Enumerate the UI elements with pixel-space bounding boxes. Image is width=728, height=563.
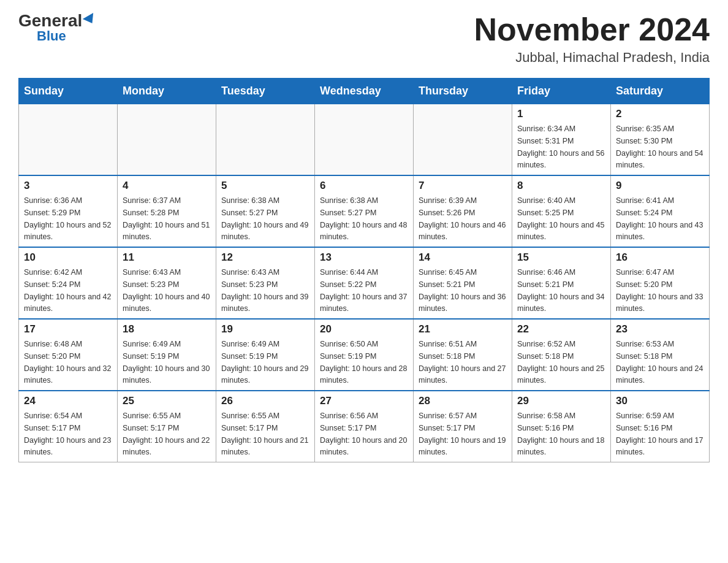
day-number: 7 bbox=[419, 180, 507, 192]
day-info: Sunrise: 6:34 AMSunset: 5:31 PMDaylight:… bbox=[517, 124, 604, 169]
calendar-cell: 24 Sunrise: 6:54 AMSunset: 5:17 PMDaylig… bbox=[19, 391, 118, 462]
day-number: 22 bbox=[517, 323, 605, 335]
day-number: 28 bbox=[419, 395, 507, 407]
day-info: Sunrise: 6:45 AMSunset: 5:21 PMDaylight:… bbox=[419, 268, 506, 313]
day-info: Sunrise: 6:37 AMSunset: 5:28 PMDaylight:… bbox=[123, 196, 210, 241]
logo-text-blue: Blue bbox=[37, 29, 66, 43]
calendar-cell bbox=[315, 104, 414, 176]
calendar-week-3: 10 Sunrise: 6:42 AMSunset: 5:24 PMDaylig… bbox=[19, 247, 710, 319]
day-info: Sunrise: 6:52 AMSunset: 5:18 PMDaylight:… bbox=[517, 340, 604, 385]
day-number: 23 bbox=[616, 323, 704, 335]
day-info: Sunrise: 6:59 AMSunset: 5:16 PMDaylight:… bbox=[616, 412, 703, 456]
day-number: 10 bbox=[24, 251, 112, 264]
day-number: 15 bbox=[517, 251, 605, 264]
day-number: 1 bbox=[517, 108, 605, 120]
day-info: Sunrise: 6:46 AMSunset: 5:21 PMDaylight:… bbox=[517, 268, 604, 313]
calendar-cell bbox=[216, 104, 315, 176]
calendar-cell: 4 Sunrise: 6:37 AMSunset: 5:28 PMDayligh… bbox=[118, 175, 216, 247]
calendar-cell: 26 Sunrise: 6:55 AMSunset: 5:17 PMDaylig… bbox=[216, 391, 315, 462]
day-number: 30 bbox=[616, 395, 704, 407]
day-number: 18 bbox=[123, 323, 211, 335]
calendar-week-1: 1 Sunrise: 6:34 AMSunset: 5:31 PMDayligh… bbox=[19, 104, 710, 176]
day-number: 19 bbox=[221, 323, 309, 335]
calendar-cell: 19 Sunrise: 6:49 AMSunset: 5:19 PMDaylig… bbox=[216, 319, 315, 391]
day-info: Sunrise: 6:39 AMSunset: 5:26 PMDaylight:… bbox=[419, 196, 506, 241]
calendar-cell: 6 Sunrise: 6:38 AMSunset: 5:27 PMDayligh… bbox=[315, 175, 414, 247]
day-number: 3 bbox=[24, 180, 112, 192]
day-info: Sunrise: 6:43 AMSunset: 5:23 PMDaylight:… bbox=[123, 268, 210, 313]
calendar-week-2: 3 Sunrise: 6:36 AMSunset: 5:29 PMDayligh… bbox=[19, 175, 710, 247]
calendar-table: Sunday Monday Tuesday Wednesday Thursday… bbox=[18, 78, 710, 462]
calendar-header-row: Sunday Monday Tuesday Wednesday Thursday… bbox=[19, 79, 710, 104]
calendar-cell: 17 Sunrise: 6:48 AMSunset: 5:20 PMDaylig… bbox=[19, 319, 118, 391]
calendar-cell bbox=[118, 104, 216, 176]
header-friday: Friday bbox=[512, 79, 611, 104]
day-number: 21 bbox=[419, 323, 507, 335]
calendar-cell: 29 Sunrise: 6:58 AMSunset: 5:16 PMDaylig… bbox=[512, 391, 611, 462]
calendar-cell: 27 Sunrise: 6:56 AMSunset: 5:17 PMDaylig… bbox=[315, 391, 414, 462]
header-wednesday: Wednesday bbox=[315, 79, 414, 104]
calendar-cell: 14 Sunrise: 6:45 AMSunset: 5:21 PMDaylig… bbox=[414, 247, 512, 319]
day-number: 12 bbox=[221, 251, 309, 264]
header-saturday: Saturday bbox=[611, 79, 710, 104]
day-number: 27 bbox=[320, 395, 408, 407]
day-info: Sunrise: 6:40 AMSunset: 5:25 PMDaylight:… bbox=[517, 196, 604, 241]
day-info: Sunrise: 6:49 AMSunset: 5:19 PMDaylight:… bbox=[221, 340, 308, 385]
day-number: 6 bbox=[320, 180, 408, 192]
day-info: Sunrise: 6:55 AMSunset: 5:17 PMDaylight:… bbox=[221, 412, 308, 456]
location: Jubbal, Himachal Pradesh, India bbox=[474, 50, 710, 66]
calendar-week-5: 24 Sunrise: 6:54 AMSunset: 5:17 PMDaylig… bbox=[19, 391, 710, 462]
day-info: Sunrise: 6:41 AMSunset: 5:24 PMDaylight:… bbox=[616, 196, 703, 241]
day-info: Sunrise: 6:56 AMSunset: 5:17 PMDaylight:… bbox=[320, 412, 407, 456]
calendar-cell: 11 Sunrise: 6:43 AMSunset: 5:23 PMDaylig… bbox=[118, 247, 216, 319]
calendar-cell: 22 Sunrise: 6:52 AMSunset: 5:18 PMDaylig… bbox=[512, 319, 611, 391]
logo: General Blue bbox=[18, 12, 96, 43]
day-number: 24 bbox=[24, 395, 112, 407]
day-number: 14 bbox=[419, 251, 507, 264]
calendar-cell bbox=[414, 104, 512, 176]
day-number: 16 bbox=[616, 251, 704, 264]
calendar-week-4: 17 Sunrise: 6:48 AMSunset: 5:20 PMDaylig… bbox=[19, 319, 710, 391]
calendar-cell: 30 Sunrise: 6:59 AMSunset: 5:16 PMDaylig… bbox=[611, 391, 710, 462]
calendar-cell bbox=[19, 104, 118, 176]
day-number: 26 bbox=[221, 395, 309, 407]
calendar-cell: 3 Sunrise: 6:36 AMSunset: 5:29 PMDayligh… bbox=[19, 175, 118, 247]
calendar-cell: 2 Sunrise: 6:35 AMSunset: 5:30 PMDayligh… bbox=[611, 104, 710, 176]
calendar-cell: 5 Sunrise: 6:38 AMSunset: 5:27 PMDayligh… bbox=[216, 175, 315, 247]
calendar-cell: 1 Sunrise: 6:34 AMSunset: 5:31 PMDayligh… bbox=[512, 104, 611, 176]
calendar-cell: 16 Sunrise: 6:47 AMSunset: 5:20 PMDaylig… bbox=[611, 247, 710, 319]
day-number: 29 bbox=[517, 395, 605, 407]
day-info: Sunrise: 6:57 AMSunset: 5:17 PMDaylight:… bbox=[419, 412, 506, 456]
day-info: Sunrise: 6:58 AMSunset: 5:16 PMDaylight:… bbox=[517, 412, 604, 456]
day-number: 13 bbox=[320, 251, 408, 264]
calendar-cell: 18 Sunrise: 6:49 AMSunset: 5:19 PMDaylig… bbox=[118, 319, 216, 391]
day-info: Sunrise: 6:42 AMSunset: 5:24 PMDaylight:… bbox=[24, 268, 111, 313]
day-info: Sunrise: 6:47 AMSunset: 5:20 PMDaylight:… bbox=[616, 268, 703, 313]
day-info: Sunrise: 6:38 AMSunset: 5:27 PMDaylight:… bbox=[221, 196, 308, 241]
page-header: General Blue November 2024 Jubbal, Himac… bbox=[18, 12, 710, 66]
day-info: Sunrise: 6:55 AMSunset: 5:17 PMDaylight:… bbox=[123, 412, 210, 456]
day-info: Sunrise: 6:54 AMSunset: 5:17 PMDaylight:… bbox=[24, 412, 111, 456]
header-tuesday: Tuesday bbox=[216, 79, 315, 104]
calendar-cell: 12 Sunrise: 6:43 AMSunset: 5:23 PMDaylig… bbox=[216, 247, 315, 319]
logo-triangle-icon bbox=[83, 13, 97, 26]
day-number: 9 bbox=[616, 180, 704, 192]
logo-text-general: General bbox=[18, 12, 82, 29]
day-info: Sunrise: 6:48 AMSunset: 5:20 PMDaylight:… bbox=[24, 340, 111, 385]
calendar-cell: 25 Sunrise: 6:55 AMSunset: 5:17 PMDaylig… bbox=[118, 391, 216, 462]
calendar-cell: 28 Sunrise: 6:57 AMSunset: 5:17 PMDaylig… bbox=[414, 391, 512, 462]
day-number: 4 bbox=[123, 180, 211, 192]
day-info: Sunrise: 6:36 AMSunset: 5:29 PMDaylight:… bbox=[24, 196, 111, 241]
header-thursday: Thursday bbox=[414, 79, 512, 104]
day-info: Sunrise: 6:38 AMSunset: 5:27 PMDaylight:… bbox=[320, 196, 407, 241]
calendar-cell: 15 Sunrise: 6:46 AMSunset: 5:21 PMDaylig… bbox=[512, 247, 611, 319]
month-title: November 2024 bbox=[474, 12, 710, 47]
day-info: Sunrise: 6:35 AMSunset: 5:30 PMDaylight:… bbox=[616, 124, 703, 169]
day-number: 17 bbox=[24, 323, 112, 335]
calendar-cell: 23 Sunrise: 6:53 AMSunset: 5:18 PMDaylig… bbox=[611, 319, 710, 391]
day-number: 20 bbox=[320, 323, 408, 335]
calendar-cell: 9 Sunrise: 6:41 AMSunset: 5:24 PMDayligh… bbox=[611, 175, 710, 247]
calendar-cell: 21 Sunrise: 6:51 AMSunset: 5:18 PMDaylig… bbox=[414, 319, 512, 391]
header-monday: Monday bbox=[118, 79, 216, 104]
calendar-cell: 7 Sunrise: 6:39 AMSunset: 5:26 PMDayligh… bbox=[414, 175, 512, 247]
